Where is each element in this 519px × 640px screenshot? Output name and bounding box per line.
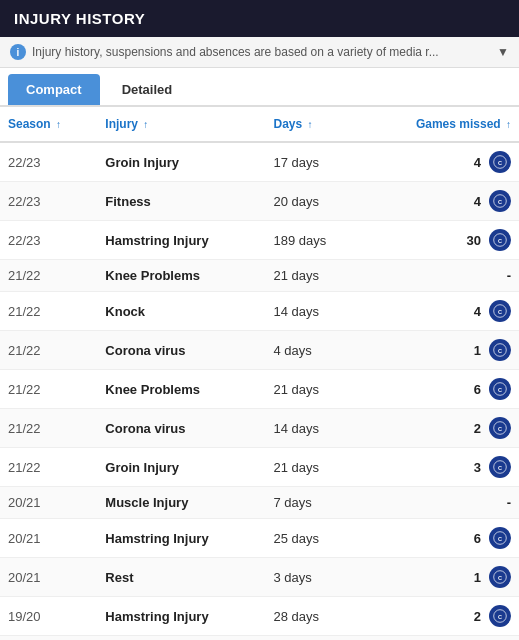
cell-injury: Groin Injury (97, 448, 265, 487)
cell-season: 21/22 (0, 292, 97, 331)
svg-text:C: C (498, 426, 502, 432)
svg-text:C: C (498, 614, 502, 620)
cell-season: 22/23 (0, 221, 97, 260)
team-badge-icon: C (489, 527, 511, 549)
table-row: 19/20Hamstring Injury28 days2 C (0, 597, 519, 636)
games-count: 4 (474, 304, 481, 319)
sort-arrow-games: ↑ (506, 119, 511, 130)
games-count: 2 (474, 421, 481, 436)
column-games-missed[interactable]: Games missed ↑ (362, 107, 519, 142)
table-row: 22/23Fitness20 days4 C (0, 182, 519, 221)
table-row: 22/23Hamstring Injury189 days30 C (0, 221, 519, 260)
cell-injury: Corona virus (97, 331, 265, 370)
cell-games-missed: 2 C (362, 409, 519, 448)
cell-season: 21/22 (0, 331, 97, 370)
cell-days: 21 days (265, 370, 362, 409)
svg-text:C: C (498, 387, 502, 393)
cell-season: 19/20 (0, 636, 97, 641)
cell-injury: Rest (97, 558, 265, 597)
svg-text:C: C (498, 238, 502, 244)
table-row: 21/22Knock14 days4 C (0, 292, 519, 331)
svg-text:C: C (498, 199, 502, 205)
cell-days: 14 days (265, 409, 362, 448)
dropdown-arrow-icon[interactable]: ▼ (497, 45, 509, 59)
svg-text:C: C (498, 309, 502, 315)
cell-games-missed: 1 C (362, 331, 519, 370)
table-container: Season ↑ Injury ↑ Days ↑ Games missed ↑ … (0, 107, 519, 640)
games-count: 6 (474, 382, 481, 397)
svg-text:C: C (498, 348, 502, 354)
tabs-container: Compact Detailed (0, 68, 519, 107)
cell-season: 20/21 (0, 487, 97, 519)
cell-injury: Knee Problems (97, 260, 265, 292)
cell-days: 112 days (265, 636, 362, 641)
games-count: 1 (474, 343, 481, 358)
cell-days: 20 days (265, 182, 362, 221)
tab-compact[interactable]: Compact (8, 74, 100, 105)
cell-injury: Hamstring Injury (97, 221, 265, 260)
svg-text:C: C (498, 575, 502, 581)
cell-season: 21/22 (0, 260, 97, 292)
sort-arrow-season: ↑ (56, 119, 61, 130)
team-badge-icon: C (489, 190, 511, 212)
cell-season: 21/22 (0, 409, 97, 448)
cell-injury: Fitness (97, 182, 265, 221)
svg-text:C: C (498, 465, 502, 471)
cell-games-missed: - (362, 260, 519, 292)
cell-days: 7 days (265, 487, 362, 519)
column-injury[interactable]: Injury ↑ (97, 107, 265, 142)
table-row: 21/22Knee Problems21 days6 C (0, 370, 519, 409)
cell-games-missed: 2 C (362, 597, 519, 636)
cell-season: 20/21 (0, 558, 97, 597)
cell-days: 21 days (265, 260, 362, 292)
table-row: 20/21Rest3 days1 C (0, 558, 519, 597)
cell-season: 22/23 (0, 182, 97, 221)
games-count: - (507, 268, 511, 283)
info-icon: i (10, 44, 26, 60)
cell-injury: Knock (97, 292, 265, 331)
team-badge-icon: C (489, 300, 511, 322)
sort-arrow-days: ↑ (308, 119, 313, 130)
cell-season: 20/21 (0, 519, 97, 558)
table-row: 21/22Groin Injury21 days3 C (0, 448, 519, 487)
games-count: 4 (474, 155, 481, 170)
cell-games-missed: 1 C (362, 558, 519, 597)
team-badge-icon: C (489, 417, 511, 439)
team-badge-icon: C (489, 605, 511, 627)
cell-games-missed: 6 C (362, 636, 519, 641)
table-row: 20/21Hamstring Injury25 days6 C (0, 519, 519, 558)
cell-injury: Muscle Injury (97, 487, 265, 519)
games-count: - (507, 495, 511, 510)
team-badge-icon: C (489, 378, 511, 400)
tab-detailed[interactable]: Detailed (104, 74, 191, 105)
team-badge-icon: C (489, 339, 511, 361)
cell-days: 189 days (265, 221, 362, 260)
page-header: INJURY HISTORY (0, 0, 519, 37)
team-badge-icon: C (489, 566, 511, 588)
cell-injury: Hamstring Injury (97, 519, 265, 558)
cell-games-missed: 3 C (362, 448, 519, 487)
cell-season: 21/22 (0, 370, 97, 409)
table-row: 21/22Knee Problems21 days- (0, 260, 519, 292)
page-title: INJURY HISTORY (14, 10, 145, 27)
column-season[interactable]: Season ↑ (0, 107, 97, 142)
games-count: 4 (474, 194, 481, 209)
games-count: 3 (474, 460, 481, 475)
table-row: 22/23Groin Injury17 days4 C (0, 142, 519, 182)
info-bar: i Injury history, suspensions and absenc… (0, 37, 519, 68)
cell-days: 25 days (265, 519, 362, 558)
cell-days: 21 days (265, 448, 362, 487)
cell-injury: Knee Problems (97, 370, 265, 409)
table-row: 21/22Corona virus14 days2 C (0, 409, 519, 448)
table-row: 21/22Corona virus4 days1 C (0, 331, 519, 370)
games-count: 1 (474, 570, 481, 585)
cell-games-missed: 6 C (362, 370, 519, 409)
svg-text:C: C (498, 160, 502, 166)
column-days[interactable]: Days ↑ (265, 107, 362, 142)
table-row: 19/20Muscle Injury112 days6 C (0, 636, 519, 641)
team-badge-icon: C (489, 456, 511, 478)
cell-injury: Muscle Injury (97, 636, 265, 641)
cell-games-missed: 4 C (362, 292, 519, 331)
cell-injury: Groin Injury (97, 142, 265, 182)
cell-games-missed: - (362, 487, 519, 519)
